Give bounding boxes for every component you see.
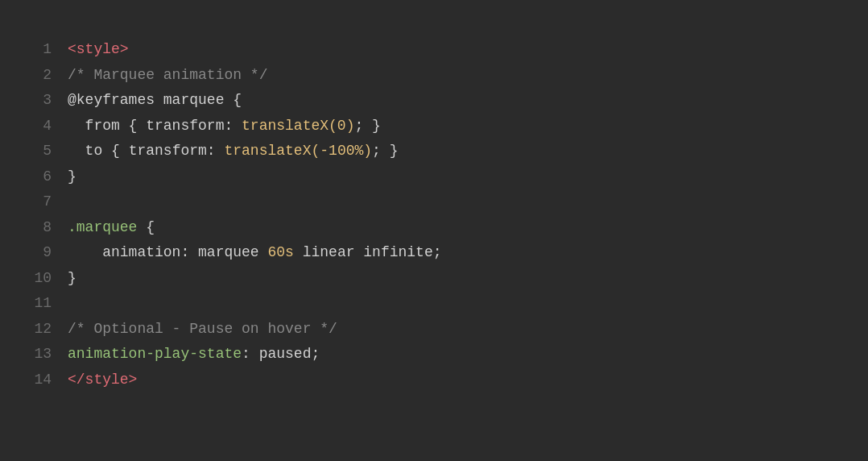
line-number: 7 — [31, 189, 68, 215]
code-line: 4 from { transform: translateX(0); } — [31, 114, 837, 139]
code-line: 1<style> — [31, 37, 837, 63]
line-number: 1 — [31, 37, 68, 63]
token-tag: </style> — [68, 372, 137, 388]
token-punct: : paused; — [242, 346, 320, 362]
code-line: 6} — [31, 164, 837, 190]
code-editor: 1<style>2/* Marquee animation */3@keyfra… — [15, 13, 853, 448]
line-number: 5 — [31, 139, 68, 164]
code-line: 11 — [31, 291, 837, 317]
token-punct: linear infinite; — [294, 244, 442, 260]
line-content: animation: marquee 60s linear infinite; — [68, 240, 442, 266]
code-line: 9 animation: marquee 60s linear infinite… — [31, 240, 837, 266]
token-keyword: from { — [68, 118, 146, 134]
token-keyword: to { — [68, 143, 129, 159]
token-property: transform — [146, 118, 224, 134]
token-brace: } — [68, 168, 76, 185]
line-content: /* Optional - Pause on hover */ — [68, 317, 337, 343]
code-line: 8.marquee { — [31, 215, 837, 241]
code-line: 5 to { transform: translateX(-100%); } — [31, 139, 837, 164]
token-value: 60s — [267, 244, 293, 260]
line-content: from { transform: translateX(0); } — [68, 114, 381, 139]
code-line: 14</style> — [31, 368, 837, 393]
token-brace: { — [137, 219, 155, 235]
line-content — [68, 291, 76, 317]
token-punct: : — [224, 118, 242, 134]
token-tag: <style> — [68, 41, 129, 57]
line-number: 4 — [31, 114, 68, 139]
line-content: /* Marquee animation */ — [68, 63, 267, 89]
token-punct: ; } — [372, 143, 398, 159]
token-punct: : — [207, 143, 225, 159]
line-content: animation-play-state: paused; — [68, 342, 320, 368]
line-number: 6 — [31, 164, 68, 190]
token-keyword: @keyframes marquee { — [68, 92, 242, 108]
line-content: to { transform: translateX(-100%); } — [68, 139, 399, 164]
code-line: 13animation-play-state: paused; — [31, 342, 837, 368]
code-line: 2/* Marquee animation */ — [31, 63, 837, 89]
token-comment: /* Optional - Pause on hover */ — [68, 321, 337, 337]
line-content: </style> — [68, 368, 137, 393]
line-content: } — [68, 164, 76, 190]
code-line: 7 — [31, 189, 837, 215]
line-number: 8 — [31, 215, 68, 241]
token-punct: ; } — [354, 118, 380, 134]
line-number: 9 — [31, 240, 68, 266]
line-number: 14 — [31, 368, 68, 393]
token-punct: : marquee — [180, 244, 267, 260]
line-content: } — [68, 266, 76, 292]
line-number: 2 — [31, 63, 68, 89]
token-value: translateX(0) — [242, 118, 354, 134]
line-content: <style> — [68, 37, 129, 63]
line-number: 3 — [31, 88, 68, 114]
token-brace: } — [68, 270, 76, 286]
line-number: 12 — [31, 317, 68, 343]
code-line: 3@keyframes marquee { — [31, 88, 837, 114]
token-selector: .marquee — [68, 219, 137, 235]
line-content: @keyframes marquee { — [68, 88, 242, 114]
line-content: .marquee { — [68, 215, 155, 241]
token-property: animation — [68, 244, 180, 260]
token-selector: animation-play-state — [68, 346, 242, 362]
token-comment: /* Marquee animation */ — [68, 67, 267, 83]
code-line: 12/* Optional - Pause on hover */ — [31, 317, 837, 343]
line-number: 13 — [31, 342, 68, 368]
line-number: 11 — [31, 291, 68, 317]
code-line: 10} — [31, 266, 837, 292]
token-property: transform — [129, 143, 207, 159]
code-block: 1<style>2/* Marquee animation */3@keyfra… — [31, 37, 837, 392]
line-number: 10 — [31, 266, 68, 292]
line-content — [68, 189, 76, 215]
token-value: translateX(-100%) — [224, 143, 372, 159]
